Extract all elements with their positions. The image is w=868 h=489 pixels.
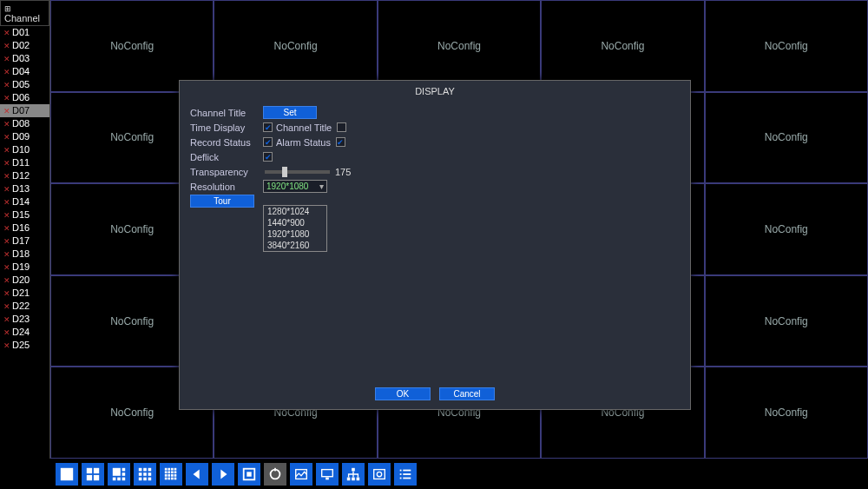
dropdown-item[interactable]: 1440*900: [264, 217, 326, 228]
svg-rect-21: [168, 467, 170, 470]
svg-rect-13: [148, 467, 152, 471]
transparency-label: Transparency: [190, 167, 263, 177]
deflick-checkbox[interactable]: [263, 152, 273, 162]
channel-item[interactable]: D09: [0, 130, 49, 143]
svg-rect-51: [400, 473, 402, 475]
resolution-value: 1920*1080: [266, 182, 308, 191]
svg-rect-39: [274, 467, 276, 471]
record-status-checkbox[interactable]: [263, 137, 273, 147]
grid-cell[interactable]: NoConfig: [705, 92, 868, 184]
set-button[interactable]: Set: [263, 106, 317, 119]
display-dialog: DISPLAY Channel Title Set Time Display C…: [179, 80, 691, 410]
channel-item[interactable]: D04: [0, 65, 49, 78]
channel-item[interactable]: D17: [0, 235, 49, 248]
svg-rect-17: [139, 477, 142, 480]
channel-item[interactable]: D01: [0, 26, 49, 39]
layout-16-icon[interactable]: [160, 463, 182, 486]
grid-cell[interactable]: NoConfig: [50, 0, 214, 92]
alarm-status-label: Alarm Status: [276, 137, 331, 148]
toolbar: [50, 459, 868, 489]
svg-rect-18: [143, 477, 147, 480]
grid-cell[interactable]: NoConfig: [378, 0, 541, 92]
svg-rect-24: [165, 471, 168, 473]
layout-4-icon[interactable]: [82, 463, 104, 486]
svg-rect-4: [94, 474, 99, 479]
next-icon[interactable]: [212, 463, 234, 486]
slider-thumb[interactable]: [282, 167, 287, 177]
time-display-label: Time Display: [190, 122, 263, 133]
grid-cell[interactable]: NoConfig: [214, 0, 377, 92]
channel-item[interactable]: D11: [0, 156, 49, 169]
svg-rect-22: [171, 467, 174, 470]
svg-rect-5: [113, 467, 121, 475]
svg-rect-33: [168, 477, 170, 479]
channel-item[interactable]: D06: [0, 91, 49, 104]
grid-cell[interactable]: NoConfig: [541, 0, 704, 92]
ok-button[interactable]: OK: [375, 387, 431, 400]
transparency-value: 175: [335, 167, 351, 177]
channel-title-label: Channel Title: [190, 108, 263, 118]
ptz-icon[interactable]: [264, 463, 286, 486]
svg-rect-16: [148, 472, 152, 476]
svg-rect-34: [171, 477, 174, 479]
channel-item[interactable]: D23: [0, 313, 49, 326]
channel-title-checkbox[interactable]: [337, 122, 346, 132]
channel-item[interactable]: D07: [0, 104, 49, 117]
record-status-label: Record Status: [190, 137, 263, 148]
channel-item[interactable]: D21: [0, 287, 49, 300]
grid-cell[interactable]: NoConfig: [705, 367, 868, 459]
dropdown-item[interactable]: 1280*1024: [264, 206, 326, 217]
channel-item[interactable]: D22: [0, 300, 49, 313]
resolution-select[interactable]: 1920*1080 ▾: [263, 180, 327, 193]
channel-item[interactable]: D24: [0, 326, 49, 339]
dropdown-item[interactable]: 1920*1080: [264, 228, 326, 240]
channel-item[interactable]: D15: [0, 208, 49, 221]
fullscreen-icon[interactable]: [238, 463, 260, 486]
deflick-label: Deflick: [190, 152, 263, 162]
svg-rect-37: [247, 472, 251, 476]
time-display-checkbox[interactable]: [263, 122, 273, 132]
svg-rect-41: [322, 469, 333, 476]
channel-item[interactable]: D10: [0, 143, 49, 156]
layout-1-icon[interactable]: [56, 463, 78, 486]
prev-icon[interactable]: [186, 463, 208, 486]
channel-item[interactable]: D13: [0, 182, 49, 195]
channel-sidebar: Channel D01D02D03D04D05D06D07D08D09D10D1…: [0, 0, 50, 459]
svg-rect-14: [139, 472, 142, 476]
image-icon[interactable]: [290, 463, 312, 486]
channel-item[interactable]: D02: [0, 39, 49, 52]
grid-cell[interactable]: NoConfig: [705, 0, 868, 92]
svg-rect-10: [122, 477, 126, 480]
chevron-down-icon: ▾: [319, 182, 324, 191]
display-icon[interactable]: [316, 463, 339, 486]
channel-item[interactable]: D19: [0, 261, 49, 274]
svg-rect-29: [168, 474, 170, 477]
layout-8-icon[interactable]: [108, 463, 130, 486]
dropdown-item[interactable]: 3840*2160: [264, 240, 326, 251]
channel-item[interactable]: D08: [0, 117, 49, 130]
channel-item[interactable]: D05: [0, 78, 49, 91]
hdd-icon[interactable]: [368, 463, 391, 486]
channel-title-cb-label: Channel Title: [276, 122, 332, 133]
list-icon[interactable]: [394, 463, 417, 486]
channel-item[interactable]: D16: [0, 221, 49, 235]
svg-rect-20: [165, 467, 168, 470]
svg-rect-43: [352, 467, 355, 471]
channel-item[interactable]: D12: [0, 169, 49, 182]
svg-rect-54: [403, 477, 411, 479]
resolution-dropdown: 1280*10241440*9001920*10803840*2160: [263, 205, 327, 252]
alarm-status-checkbox[interactable]: [336, 137, 345, 147]
channel-item[interactable]: D18: [0, 248, 49, 261]
tour-button[interactable]: Tour: [190, 195, 254, 208]
grid-cell[interactable]: NoConfig: [705, 183, 868, 275]
channel-item[interactable]: D03: [0, 52, 49, 65]
channel-item[interactable]: D14: [0, 195, 49, 208]
layout-9-icon[interactable]: [134, 463, 156, 486]
cancel-button[interactable]: Cancel: [439, 387, 495, 400]
grid-cell[interactable]: NoConfig: [705, 275, 868, 367]
channel-item[interactable]: D25: [0, 339, 49, 352]
channel-item[interactable]: D20: [0, 274, 49, 287]
dialog-title: DISPLAY: [180, 81, 690, 102]
transparency-slider[interactable]: [265, 170, 330, 174]
network-icon[interactable]: [342, 463, 365, 486]
